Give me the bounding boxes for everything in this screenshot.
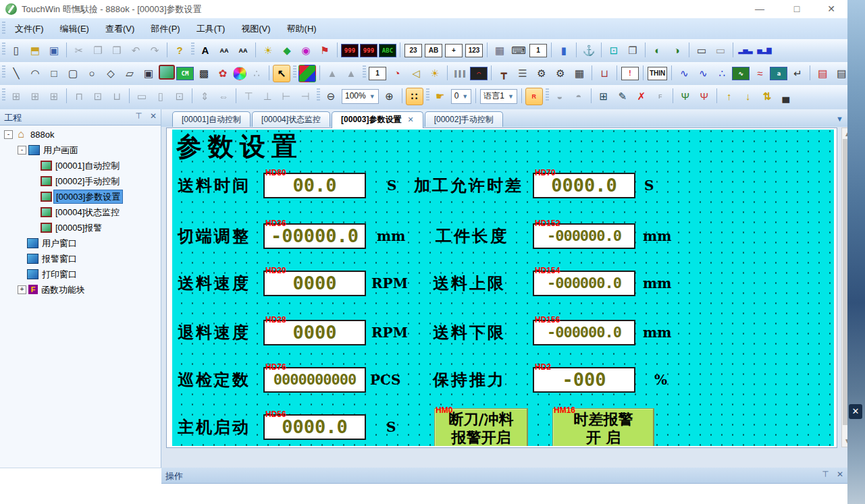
tree-item-打印窗口[interactable]: 打印窗口 — [0, 267, 161, 282]
ring-lamp-icon[interactable]: ◉ — [297, 42, 315, 59]
chevron-down-icon[interactable]: ▼ — [462, 93, 468, 100]
menu-item-6[interactable]: 视图(V) — [233, 18, 278, 35]
field-label[interactable]: 加工允许时差 — [414, 175, 523, 196]
online-simulate-icon[interactable]: Ψ — [677, 88, 694, 105]
tab-00004状态监控[interactable]: [00004]状态监控 — [252, 111, 330, 128]
draw-arc-icon[interactable]: ◠ — [26, 65, 44, 82]
static-text-icon[interactable]: A — [196, 42, 214, 59]
pump-1-icon[interactable]: ⚙ — [533, 65, 550, 82]
pin-icon[interactable]: ⊤ — [822, 470, 829, 479]
thin-client-icon[interactable]: THIN — [648, 67, 667, 80]
draw-line-icon[interactable]: ╲ — [7, 65, 25, 82]
tree-item-label[interactable]: 888ok — [28, 127, 56, 142]
qr-code-icon[interactable]: ▩ — [195, 65, 213, 82]
plc-port-icon[interactable]: ▄ — [777, 88, 795, 105]
lamp-button-icon[interactable]: ◆ — [278, 42, 296, 59]
spin-select[interactable]: 0▼ — [451, 89, 472, 104]
r-button-icon[interactable]: R — [525, 88, 543, 105]
tab-close-icon[interactable]: ✕ — [407, 115, 413, 123]
select-cursor-icon[interactable]: ↖ — [273, 65, 290, 82]
draw-polygon-icon[interactable]: ◇ — [102, 65, 120, 82]
updown-transfer-icon[interactable]: ⇅ — [758, 88, 776, 105]
data-input-box[interactable]: HD2-000 — [533, 367, 635, 393]
tab-label[interactable]: [00003]参数设置 — [341, 115, 401, 124]
a-display-icon[interactable]: a — [770, 67, 787, 80]
draw-rounded-rect-icon[interactable]: ▢ — [64, 65, 82, 82]
input-123-icon[interactable]: 123 — [465, 44, 483, 57]
field-label[interactable]: 保持推力 — [433, 369, 506, 391]
data-input-box[interactable]: HD560000.0 — [263, 414, 366, 440]
gauge-icon[interactable]: ◠ — [470, 67, 488, 80]
chevron-down-icon[interactable]: ▼ — [369, 93, 375, 100]
draw-rect-icon[interactable]: □ — [45, 65, 63, 82]
tree-item-用户窗口[interactable]: 用户窗口 — [0, 235, 161, 251]
window-widget-icon[interactable]: ❒ — [624, 42, 641, 59]
field-label[interactable]: 送料上限 — [433, 273, 506, 294]
hmi-button-1[interactable]: HM0断刀/冲料报警开启 — [434, 408, 528, 446]
recipe-icon[interactable]: ⚓ — [580, 42, 598, 59]
tree-item-用户画面[interactable]: -用户画面 — [0, 142, 161, 158]
save-file-icon[interactable]: ▣ — [45, 42, 63, 59]
trend-chart-icon[interactable]: ∿ — [675, 65, 693, 82]
screen-jump-icon[interactable]: ⚑ — [316, 42, 334, 59]
digital-input-icon[interactable]: 23 — [404, 44, 422, 57]
new-screen-icon[interactable]: ⊞ — [595, 88, 612, 105]
tree-item-00003参数设置[interactable]: [00003]参数设置 — [0, 189, 161, 204]
alarm-scroll-table-icon[interactable]: ▤ — [814, 65, 831, 82]
grid-toggle-icon[interactable]: ∷ — [406, 88, 423, 105]
hmi-button-2[interactable]: HM16时差报警开 启 — [552, 408, 654, 446]
chevron-down-icon[interactable]: ▼ — [508, 93, 514, 100]
tree-item-label[interactable]: [00004]状态监控 — [53, 204, 122, 220]
xy-chart-icon[interactable]: ≈ — [751, 65, 768, 82]
data-input-box[interactable]: HD8000.0 — [263, 173, 366, 198]
tab-label[interactable]: [00004]状态监控 — [261, 115, 321, 124]
offline-simulate-icon[interactable]: Ψ — [696, 88, 713, 105]
tree-item-label[interactable]: 打印窗口 — [40, 267, 79, 282]
tab-00003参数设置[interactable]: [00003]参数设置✕ — [332, 111, 423, 128]
tab-label[interactable]: [00002]手动控制 — [434, 115, 494, 124]
maximize-button[interactable]: □ — [782, 0, 812, 18]
data-input-box[interactable]: HD280000 — [263, 320, 366, 345]
speaker-icon[interactable]: ◁ — [407, 65, 425, 82]
tree-item-888ok[interactable]: -⌂888ok — [0, 127, 161, 142]
text-input-icon[interactable]: AB — [425, 44, 442, 57]
menu-item-2[interactable]: 编辑(E) — [52, 18, 97, 35]
hand-tool-icon[interactable]: ☛ — [431, 88, 449, 105]
draw-frame-icon[interactable]: ▣ — [140, 65, 157, 82]
clock-icon[interactable]: ◔ — [388, 65, 406, 82]
draw-sector-icon[interactable]: ▱ — [121, 65, 138, 82]
calculator-icon[interactable]: ▦ — [491, 42, 508, 59]
data-input-box[interactable]: HD700000.0 — [533, 173, 635, 198]
tank-icon[interactable]: ⊔ — [596, 65, 613, 82]
tree-item-00002手动控制[interactable]: [00002]手动控制 — [0, 173, 161, 189]
data-input-box[interactable]: HD154-000000.0 — [533, 271, 635, 296]
trend-chart-2-icon[interactable]: ∿ — [694, 65, 712, 82]
tree-item-label[interactable]: [00001]自动控制 — [53, 158, 122, 173]
field-label[interactable]: 送料速度 — [178, 273, 251, 294]
digital-display-icon[interactable]: 999 — [341, 44, 359, 57]
net-upload-icon[interactable]: ◑ — [668, 42, 685, 59]
color-wheel-icon[interactable] — [233, 67, 246, 80]
calendar-icon[interactable]: 1 — [369, 67, 386, 80]
tab-overflow-icon[interactable]: ▼ — [836, 115, 843, 123]
tree-item-label[interactable]: 用户窗口 — [40, 235, 79, 251]
dynamic-text-icon[interactable]: AA — [215, 42, 233, 59]
tree-item-label[interactable]: [00002]手动控制 — [53, 173, 122, 189]
language-select[interactable]: 语言1▼ — [480, 89, 517, 104]
menu-item-5[interactable]: 工具(T) — [188, 18, 234, 35]
keyboard-icon[interactable]: ⌨ — [510, 42, 527, 59]
cm-block-icon[interactable]: CM — [176, 67, 194, 80]
conveyor-icon[interactable]: ☰ — [514, 65, 531, 82]
tab-00001自动控制[interactable]: [00001]自动控制 — [172, 111, 251, 128]
new-file-icon[interactable]: ▯ — [7, 42, 25, 59]
tree-item-00005报警[interactable]: [00005]报警 — [0, 220, 161, 235]
tree-item-label[interactable]: 用户画面 — [41, 142, 80, 158]
minimize-button[interactable]: — — [745, 0, 775, 18]
return-widget-icon[interactable]: ↵ — [789, 65, 806, 82]
delete-screen-icon[interactable]: ✗ — [633, 88, 650, 105]
close-button[interactable]: ✕ — [816, 0, 846, 18]
valve-icon[interactable]: ┳ — [495, 65, 513, 82]
field-label[interactable]: 切端调整 — [178, 225, 251, 247]
menu-item-7[interactable]: 帮助(H) — [279, 18, 325, 35]
field-label[interactable]: 退料速度 — [178, 322, 251, 343]
